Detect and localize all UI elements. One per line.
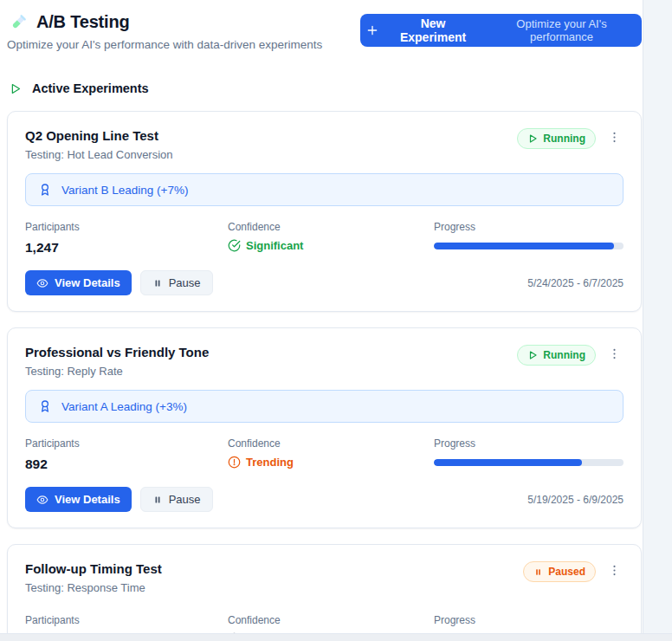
test-tube-icon [9, 13, 28, 32]
progress-label: Progress [434, 437, 624, 450]
date-range: 5/19/2025 - 6/9/2025 [527, 494, 624, 506]
date-range: 5/24/2025 - 6/7/2025 [527, 277, 624, 289]
view-details-button[interactable]: View Details [25, 487, 132, 512]
experiment-card-q2-opening-line: Q2 Opening Line Test Testing: Hot Lead C… [7, 111, 642, 312]
play-icon [9, 82, 22, 95]
card-menu-button[interactable] [604, 562, 624, 581]
new-experiment-label: New Experiment [388, 16, 478, 44]
active-experiments-section-header: Active Experiments [9, 81, 636, 95]
experiment-title: Follow-up Timing Test [25, 561, 162, 576]
alert-circle-icon [228, 456, 241, 469]
card-menu-button[interactable] [604, 346, 624, 365]
card-menu-button[interactable] [604, 129, 624, 148]
eye-icon [36, 494, 48, 506]
view-details-label: View Details [55, 276, 120, 289]
participants-label: Participants [25, 221, 228, 233]
card-header-right: Running [517, 345, 624, 366]
participants-stat: Participants 892 [25, 437, 228, 472]
confidence-stat: Confidence Significant [228, 221, 434, 256]
view-details-label: View Details [55, 493, 120, 506]
leader-banner: Variant A Leading (+3%) [25, 390, 624, 423]
section-title: Active Experiments [32, 81, 149, 95]
confidence-value: Trending [228, 456, 294, 469]
header-left: A/B Testing Optimize your AI's performan… [7, 12, 322, 51]
card-footer: View Details Pause 5/24/2025 - 6/7/2025 [25, 270, 624, 295]
new-experiment-hint: Optimize your AI's performance [487, 17, 636, 43]
new-experiment-button[interactable]: New Experiment Optimize your AI's perfor… [360, 14, 642, 47]
experiment-title: Q2 Opening Line Test [25, 128, 173, 143]
pause-button[interactable]: Pause [140, 270, 213, 295]
more-vertical-icon [607, 130, 622, 145]
participants-label: Participants [25, 614, 228, 626]
card-header-text: Q2 Opening Line Test Testing: Hot Lead C… [25, 128, 173, 161]
leader-text: Variant A Leading (+3%) [61, 400, 187, 413]
progress-fill [434, 459, 582, 466]
participants-stat: Participants 1,247 [25, 221, 228, 256]
status-label: Paused [548, 566, 585, 578]
confidence-text: Significant [246, 239, 303, 252]
stats-row: Participants 1,247 Confidence Significan… [25, 221, 624, 256]
card-header-right: Running [517, 128, 624, 149]
confidence-stat: Confidence Trending [228, 437, 434, 472]
pause-label: Pause [169, 493, 201, 506]
ab-testing-page: A/B Testing Optimize your AI's performan… [0, 0, 672, 641]
stats-row: Participants 892 Confidence Trending Pro… [25, 437, 624, 472]
pause-button[interactable]: Pause [140, 487, 213, 512]
progress-fill [434, 243, 614, 249]
main-content: A/B Testing Optimize your AI's performan… [0, 0, 643, 641]
progress-stat: Progress [434, 437, 624, 466]
pause-icon [152, 495, 163, 505]
status-badge: Paused [523, 561, 596, 582]
experiment-testing: Testing: Response Time [25, 581, 162, 594]
leader-banner: Variant B Leading (+7%) [25, 173, 624, 206]
participants-label: Participants [25, 437, 228, 450]
progress-track [434, 459, 624, 466]
progress-label: Progress [434, 221, 624, 233]
eye-icon [36, 277, 48, 289]
pause-label: Pause [169, 276, 201, 289]
pause-icon [533, 567, 543, 577]
pause-icon [152, 278, 163, 288]
card-header: Follow-up Timing Test Testing: Response … [25, 561, 624, 594]
confidence-label: Confidence [228, 437, 434, 450]
experiment-card-follow-up-timing: Follow-up Timing Test Testing: Response … [7, 544, 642, 641]
card-header-text: Follow-up Timing Test Testing: Response … [25, 561, 162, 594]
title-row: A/B Testing [9, 12, 322, 32]
experiment-title: Professional vs Friendly Tone [25, 345, 209, 359]
status-label: Running [543, 133, 585, 145]
more-vertical-icon [607, 346, 622, 361]
leader-text: Variant B Leading (+7%) [61, 184, 188, 197]
award-icon [38, 399, 52, 413]
card-header-right: Paused [523, 561, 624, 582]
card-header: Q2 Opening Line Test Testing: Hot Lead C… [25, 128, 624, 161]
page-header: A/B Testing Optimize your AI's performan… [7, 12, 642, 51]
progress-label: Progress [434, 614, 624, 626]
card-footer: View Details Pause 5/19/2025 - 6/9/2025 [25, 487, 624, 512]
status-badge: Running [517, 128, 596, 149]
card-header: Professional vs Friendly Tone Testing: R… [25, 345, 624, 378]
right-page-gutter [643, 0, 672, 641]
plus-icon [365, 23, 379, 37]
experiment-card-professional-vs-friendly: Professional vs Friendly Tone Testing: R… [7, 327, 642, 528]
experiment-testing: Testing: Reply Rate [25, 365, 209, 378]
play-icon [527, 133, 538, 144]
confidence-label: Confidence [228, 614, 434, 626]
participants-value: 1,247 [25, 240, 228, 256]
page-subtitle: Optimize your AI's performance with data… [7, 38, 322, 51]
progress-track [434, 243, 624, 249]
page-title: A/B Testing [36, 12, 129, 32]
more-vertical-icon [607, 563, 622, 578]
status-label: Running [543, 349, 585, 361]
progress-stat: Progress [434, 221, 624, 249]
bottom-page-gutter [0, 633, 672, 641]
confidence-label: Confidence [228, 221, 434, 233]
award-icon [38, 183, 52, 197]
status-badge: Running [517, 345, 596, 366]
play-icon [527, 350, 538, 360]
card-actions: View Details Pause [25, 487, 213, 512]
view-details-button[interactable]: View Details [25, 270, 132, 295]
participants-value: 892 [25, 456, 228, 472]
check-circle-icon [228, 239, 241, 252]
card-header-text: Professional vs Friendly Tone Testing: R… [25, 345, 209, 378]
experiment-testing: Testing: Hot Lead Conversion [25, 148, 173, 161]
